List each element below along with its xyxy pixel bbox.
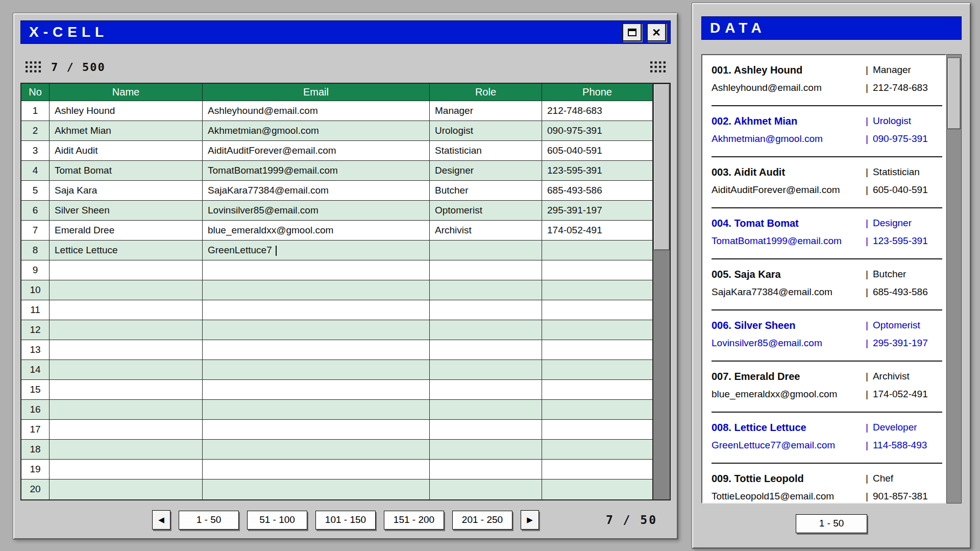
cell-email[interactable]: GreenLettuce7: [203, 241, 430, 260]
cell-row-number[interactable]: 1: [21, 101, 50, 121]
cell-name[interactable]: [50, 360, 203, 380]
table-scrollbar-thumb[interactable]: [653, 84, 670, 250]
cell-phone[interactable]: 212-748-683: [542, 101, 652, 121]
cell-row-number[interactable]: 3: [21, 141, 50, 161]
cell-role[interactable]: Statistician: [430, 141, 542, 161]
cell-phone[interactable]: [542, 360, 652, 380]
cell-phone[interactable]: [542, 420, 652, 440]
page-range-button[interactable]: 101 - 150: [315, 511, 376, 530]
cell-name[interactable]: [50, 320, 203, 340]
cell-role[interactable]: [430, 460, 542, 480]
cell-row-number[interactable]: 5: [21, 181, 50, 201]
cell-role[interactable]: [430, 400, 542, 420]
cell-email[interactable]: Akhmetmian@gmool.com: [203, 121, 430, 141]
cell-role[interactable]: [430, 300, 542, 320]
cell-name[interactable]: Ashley Hound: [50, 101, 203, 121]
cell-row-number[interactable]: 20: [21, 480, 50, 499]
column-header-name[interactable]: Name: [50, 84, 203, 101]
page-range-button[interactable]: 1 - 50: [179, 511, 239, 530]
cell-phone[interactable]: [542, 260, 652, 280]
cell-row-number[interactable]: 9: [21, 260, 50, 280]
xcell-titlebar[interactable]: X-CELL ✕: [20, 20, 671, 44]
cell-name[interactable]: [50, 400, 203, 420]
data-entry[interactable]: 002. Akhmet Mian |Urologist Akhmetmian@g…: [712, 106, 942, 157]
cell-name[interactable]: Silver Sheen: [50, 201, 203, 221]
cell-row-number[interactable]: 7: [21, 221, 50, 241]
cell-email[interactable]: Lovinsilver85@email.com: [203, 201, 430, 221]
cell-name[interactable]: Lettice Lettuce: [50, 241, 203, 260]
cell-name[interactable]: [50, 300, 203, 320]
cell-phone[interactable]: [542, 241, 652, 260]
cell-role[interactable]: [430, 340, 542, 360]
cell-email[interactable]: [203, 280, 430, 300]
cell-name[interactable]: [50, 420, 203, 440]
cell-row-number[interactable]: 11: [21, 300, 50, 320]
cell-email[interactable]: blue_emeraldxx@gmool.com: [203, 221, 430, 241]
cell-role[interactable]: Urologist: [430, 121, 542, 141]
data-entry[interactable]: 003. Aidit Audit |Statistician AiditAudi…: [712, 157, 942, 208]
cell-role[interactable]: Archivist: [430, 221, 542, 241]
page-range-button[interactable]: 51 - 100: [247, 511, 307, 530]
close-button[interactable]: ✕: [647, 23, 666, 41]
cell-phone[interactable]: [542, 440, 652, 460]
cell-name[interactable]: [50, 440, 203, 460]
cell-row-number[interactable]: 4: [21, 161, 50, 181]
cell-name[interactable]: [50, 480, 203, 499]
cell-row-number[interactable]: 2: [21, 121, 50, 141]
maximize-button[interactable]: [622, 23, 642, 41]
cell-name[interactable]: [50, 260, 203, 280]
cell-email[interactable]: [203, 420, 430, 440]
data-entry[interactable]: 007. Emerald Dree |Archivist blue_emeral…: [712, 362, 942, 413]
data-entry[interactable]: 009. Tottie Leopold |Chef TottieLeopold1…: [712, 464, 942, 504]
cell-role[interactable]: Manager: [430, 101, 542, 121]
cell-email[interactable]: [203, 260, 430, 280]
cell-role[interactable]: [430, 480, 542, 499]
cell-phone[interactable]: [542, 480, 652, 499]
cell-phone[interactable]: [542, 320, 652, 340]
cell-phone[interactable]: [542, 280, 652, 300]
cell-email[interactable]: Ashleyhound@email.com: [203, 101, 430, 121]
cell-name[interactable]: [50, 280, 203, 300]
cell-role[interactable]: [430, 280, 542, 300]
page-range-button[interactable]: 151 - 200: [384, 511, 444, 530]
cell-email[interactable]: [203, 380, 430, 400]
cell-row-number[interactable]: 13: [21, 340, 50, 360]
cell-phone[interactable]: [542, 400, 652, 420]
cell-email[interactable]: [203, 440, 430, 460]
cell-name[interactable]: Saja Kara: [50, 181, 203, 201]
data-entry[interactable]: 004. Tomat Bomat |Designer TomatBomat199…: [712, 208, 942, 259]
cell-email[interactable]: [203, 480, 430, 499]
cell-row-number[interactable]: 14: [21, 360, 50, 380]
cell-name[interactable]: Tomat Bomat: [50, 161, 203, 181]
cell-email[interactable]: [203, 460, 430, 480]
cell-name[interactable]: Aidit Audit: [50, 141, 203, 161]
cell-phone[interactable]: 174-052-491: [542, 221, 652, 241]
cell-phone[interactable]: [542, 460, 652, 480]
page-range-button[interactable]: 201 - 250: [452, 511, 512, 530]
column-header-phone[interactable]: Phone: [542, 84, 652, 101]
cell-phone[interactable]: 605-040-591: [542, 141, 652, 161]
cell-role[interactable]: [430, 260, 542, 280]
data-scrollbar[interactable]: [946, 54, 962, 504]
cell-name[interactable]: [50, 340, 203, 360]
data-entry[interactable]: 001. Ashley Hound |Manager Ashleyhound@e…: [712, 55, 942, 106]
cell-row-number[interactable]: 6: [21, 201, 50, 221]
cell-row-number[interactable]: 10: [21, 280, 50, 300]
cell-email[interactable]: [203, 400, 430, 420]
grid-handle-icon[interactable]: [650, 61, 666, 73]
data-entry[interactable]: 005. Saja Kara |Butcher SajaKara77384@em…: [712, 259, 942, 310]
cell-name[interactable]: Akhmet Mian: [50, 121, 203, 141]
cell-role[interactable]: Butcher: [430, 181, 542, 201]
cell-phone[interactable]: 685-493-586: [542, 181, 652, 201]
cell-phone[interactable]: 090-975-391: [542, 121, 652, 141]
cell-name[interactable]: Emerald Dree: [50, 221, 203, 241]
data-scrollbar-thumb[interactable]: [947, 58, 961, 129]
cell-row-number[interactable]: 8: [21, 241, 50, 260]
cell-phone[interactable]: [542, 340, 652, 360]
cell-row-number[interactable]: 18: [21, 440, 50, 460]
cell-email[interactable]: [203, 320, 430, 340]
column-header-role[interactable]: Role: [430, 84, 542, 101]
cell-row-number[interactable]: 16: [21, 400, 50, 420]
cell-name[interactable]: [50, 460, 203, 480]
column-header-email[interactable]: Email: [203, 84, 430, 101]
